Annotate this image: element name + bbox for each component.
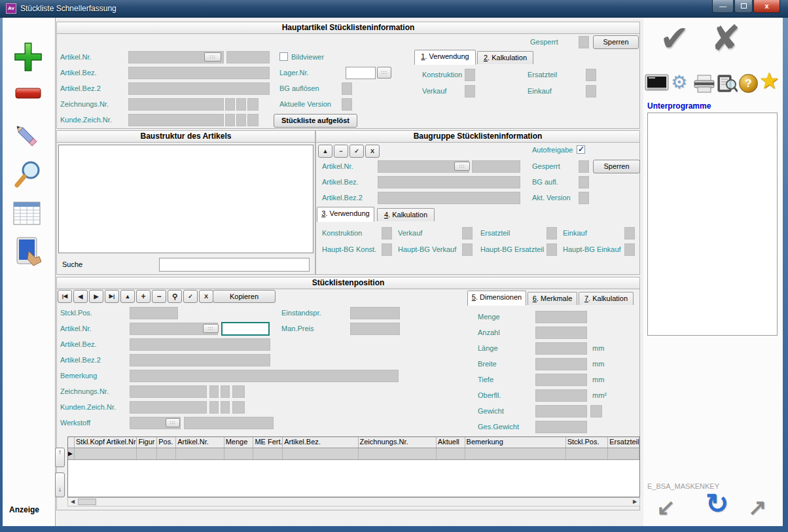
lager-nr-lookup-button[interactable]: ::: [377,67,391,79]
grid-down-button[interactable]: ↓ [55,472,65,497]
help-icon[interactable]: ? [739,74,758,93]
baustruktur-tree[interactable] [58,145,313,253]
einstandspr-field [350,307,400,319]
monitor-icon[interactable] [645,74,669,95]
confirm-icon[interactable]: ✔ [660,18,689,59]
tab-6-merkmale[interactable]: 6. Merkmale [528,292,577,305]
app-icon: Av [6,3,16,14]
bg-verkauf-label: Verkauf [398,229,422,237]
bg-nav-cancel-button[interactable]: X [365,145,380,158]
bg-nav-delete-button[interactable]: − [334,145,348,158]
tab-4-kalkulation[interactable]: 4. Kalkulation [377,208,435,221]
pos-nav-first-button[interactable]: |◀ [58,290,72,303]
breite-label: Breite [478,360,497,368]
col-stkl-kopf-artikel-nr[interactable]: Stkl.Kopf Artikel.Nr [75,437,137,448]
positions-grid[interactable]: Stkl.Kopf Artikel.Nr Figur Pos. Artikel.… [67,436,640,497]
col-figur[interactable]: Figur [137,437,157,448]
col-pos[interactable]: Pos. [157,437,176,448]
window-title: Stückliste Schnellerfassung [20,4,116,13]
pos-artikel-nr-input[interactable] [221,322,270,336]
tab-1-verwendung[interactable]: 1. Verwendung [414,50,476,65]
bg-artikel-nr-lookup-button[interactable]: ::: [454,162,470,171]
unterprogramme-listbox[interactable] [647,113,778,336]
pos-nav-edit-button[interactable]: ⚲ [168,290,182,303]
col-ersatzteil[interactable]: Ersatzteil [608,437,639,448]
bg-konstruktion-box [382,227,392,239]
bg-nav-post-button[interactable]: ✓ [349,145,364,158]
col-bemerkung[interactable]: Bemerkung [465,437,566,448]
scroll-left-icon[interactable]: ◀ [68,498,77,506]
baustruktur-title: Baustruktur des Artikels [56,130,315,143]
kopieren-button[interactable]: Kopieren [213,290,276,303]
autofreigabe-label: Autofreigabe [532,146,573,154]
bg-sperren-button[interactable]: Sperren [593,160,640,173]
stckl-pos-label: Stckl.Pos. [60,309,92,317]
werkstoff-lookup-button[interactable]: ::: [166,418,180,427]
tab-5-dimensionen[interactable]: 5. Dimensionen [467,291,526,306]
col-me-fert[interactable]: ME Fert. [253,437,283,448]
stueckliste-aufgeloest-button[interactable]: Stückliste aufgelöst [274,114,357,128]
title-bar[interactable]: Av Stückliste Schnellerfassung — x [0,0,788,18]
edit-icon[interactable] [12,121,42,154]
touch-screen-icon[interactable] [12,236,45,271]
autofreigabe-checkbox[interactable] [577,145,585,154]
pos-nav-up-button[interactable]: ▲ [120,290,135,303]
col-zeichnungs-nr[interactable]: Zeichnungs.Nr. [359,437,437,448]
undo-arrow-icon[interactable]: ↙ [656,494,675,520]
ges-gewicht-label: Ges.Gewicht [478,423,519,431]
pos-nav-delete-button[interactable]: − [152,290,166,303]
suche-input[interactable] [159,258,310,272]
grid-up-button[interactable]: ↑ [55,448,65,467]
tab-7-kalkulation[interactable]: 7. Kalkulation [579,292,634,305]
delete-icon[interactable] [14,85,42,105]
einkauf-label: Einkauf [528,87,552,95]
add-icon[interactable] [13,41,43,76]
favorites-star-icon[interactable]: ★ [759,67,779,94]
tab-2-kalkulation[interactable]: 2. Kalkulation [477,51,533,64]
col-menge[interactable]: Menge [224,437,254,448]
row-marker-icon: ▶ [68,448,75,459]
pos-nav-prev-button[interactable]: ◀ [73,290,88,303]
lager-nr-input[interactable] [346,67,376,79]
pos-nav-next-button[interactable]: ▶ [89,290,103,303]
scroll-right-icon[interactable]: ▶ [630,498,639,506]
pos-nav-post-button[interactable]: ✓ [183,290,198,303]
scroll-thumb[interactable] [78,499,96,505]
bg-aufl-label: BG aufl. [532,178,558,186]
col-aktuell[interactable]: Aktuell [437,437,465,448]
sperren-button[interactable]: Sperren [593,35,639,49]
pos-nav-cancel-button[interactable]: X [199,290,213,303]
search-icon[interactable] [12,159,43,193]
grid-empty-row[interactable]: ▶ [68,448,639,460]
verkauf-label: Verkauf [422,87,446,95]
hauptbg-einkauf-box [624,243,635,256]
tab-3-verwendung[interactable]: 3. Verwendung [317,207,374,222]
redo-arrow-icon[interactable]: ↗ [748,494,767,520]
artikel-nr-lookup-button[interactable]: ::: [204,52,221,62]
bg-artikel-bez2-field [378,192,520,204]
printer-icon[interactable] [693,74,715,96]
pos-nav-insert-button[interactable]: + [136,290,151,303]
anzahl-label: Anzahl [478,328,500,336]
search-document-icon[interactable] [717,73,738,96]
minimize-button[interactable]: — [712,0,734,13]
bg-nav-up-button[interactable]: ▲ [318,145,332,158]
col-artikel-nr[interactable]: Artikel.Nr. [176,437,224,448]
pos-artikel-nr-lookup-button[interactable]: ::: [203,324,219,333]
table-icon[interactable] [13,202,41,228]
col-artikel-bez[interactable]: Artikel.Bez. [283,437,358,448]
bildviewer-checkbox[interactable] [279,52,288,61]
close-button[interactable]: x [753,0,780,13]
maximize-icon [741,3,747,9]
grid-horizontal-scrollbar[interactable]: ◀ ▶ [67,497,640,506]
bg-konstruktion-label: Konstruktion [322,229,362,237]
refresh-arrow-icon[interactable]: ↻ [706,488,728,520]
col-stckl-pos[interactable]: Stckl.Pos. [566,437,609,448]
akt-version-label: Akt. Version [532,194,571,202]
maximize-button[interactable] [734,0,753,13]
pos-nav-last-button[interactable]: ▶| [105,290,119,303]
laenge-unit: mm [592,344,604,352]
cancel-icon[interactable]: ✘ [711,18,740,59]
settings-gear-icon[interactable]: ⚙ [671,71,687,93]
einstandspr-label: Einstandspr. [281,309,321,317]
